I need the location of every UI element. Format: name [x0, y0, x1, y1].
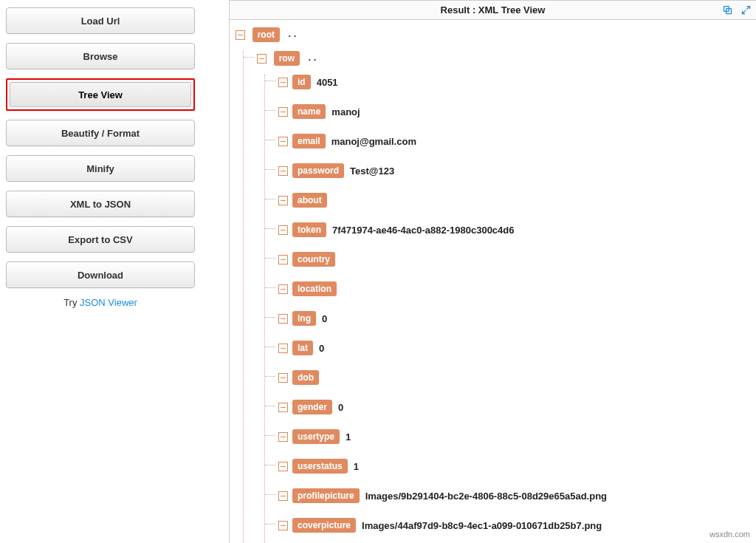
- try-json-viewer: Try JSON Viewer: [6, 297, 195, 308]
- toggle-icon[interactable]: [278, 255, 288, 264]
- tag-country: country: [292, 252, 335, 267]
- toggle-icon[interactable]: [278, 373, 288, 383]
- tag-coverpicture: coverpicture: [292, 518, 356, 533]
- result-header: Result : XML Tree View: [230, 1, 756, 20]
- tree-field-node: lng0: [278, 311, 756, 326]
- value-lng: 0: [322, 313, 327, 324]
- toggle-icon[interactable]: [278, 166, 288, 176]
- toggle-icon[interactable]: [278, 403, 288, 412]
- download-button[interactable]: Download: [6, 262, 195, 288]
- ellipsis: . .: [289, 28, 297, 39]
- result-title: Result : XML Tree View: [441, 4, 546, 16]
- toggle-icon[interactable]: [278, 107, 288, 117]
- value-password: Test@123: [350, 165, 394, 177]
- value-id: 4051: [317, 77, 338, 88]
- tag-dob: dob: [292, 370, 319, 385]
- tree-field-node: profilepictureImages/9b291404-bc2e-4806-…: [278, 488, 756, 503]
- result-panel: Result : XML Tree View root . . row . . …: [229, 0, 756, 543]
- value-userstatus: 1: [354, 461, 359, 472]
- tree-view-button[interactable]: Tree View: [10, 82, 191, 107]
- toggle-icon[interactable]: [278, 314, 288, 324]
- toggle-icon[interactable]: [278, 462, 288, 471]
- sidebar: Load Url Browse Tree View Beautify / For…: [6, 7, 195, 308]
- header-icons: [722, 1, 752, 19]
- tree-field-node: userstatus1: [278, 459, 756, 474]
- watermark: wsxdn.com: [709, 530, 750, 539]
- json-viewer-link[interactable]: JSON Viewer: [80, 297, 137, 308]
- value-lat: 0: [319, 343, 324, 354]
- tree-field-node: country: [278, 252, 756, 267]
- tree-root-node: root . . row . . id4051namemanojemailman…: [236, 27, 756, 543]
- tag-location: location: [292, 281, 337, 296]
- tree-field-node: id4051: [278, 75, 756, 89]
- tree-field-node: gender0: [278, 400, 756, 414]
- tag-usertype: usertype: [292, 429, 340, 444]
- tag-email: email: [292, 134, 326, 148]
- tag-about: about: [292, 193, 327, 208]
- tree-field-node: about: [278, 193, 756, 208]
- tree-field-node: emailmanoj@gmail.com: [278, 134, 756, 148]
- browse-button[interactable]: Browse: [6, 43, 195, 69]
- value-token: 7f471974-ae46-4ac0-a882-1980c300c4d6: [332, 225, 515, 236]
- minify-button[interactable]: Minify: [6, 155, 195, 182]
- tree-field-node: namemanoj: [278, 104, 756, 119]
- tag-row: row: [274, 51, 300, 66]
- tree-field-node: lat0: [278, 341, 756, 355]
- tree-view-button-selected[interactable]: Tree View: [6, 78, 195, 111]
- tag-profilepicture: profilepicture: [292, 488, 360, 503]
- expand-icon[interactable]: [740, 4, 752, 16]
- xml-tree: root . . row . . id4051namemanojemailman…: [230, 20, 756, 543]
- toggle-icon[interactable]: [278, 521, 288, 530]
- toggle-icon[interactable]: [278, 284, 288, 294]
- toggle-icon[interactable]: [278, 344, 288, 353]
- value-gender: 0: [338, 402, 343, 413]
- beautify-format-button[interactable]: Beautify / Format: [6, 120, 195, 146]
- copy-icon[interactable]: [722, 4, 733, 16]
- tree-field-node: dob: [278, 370, 756, 385]
- tag-id: id: [292, 75, 311, 89]
- load-url-button[interactable]: Load Url: [6, 7, 195, 34]
- value-coverpicture: Images/44af97d9-b8c9-4ec1-a099-010671db2…: [362, 520, 602, 531]
- tree-field-node: token7f471974-ae46-4ac0-a882-1980c300c4d…: [278, 222, 756, 237]
- tree-field-node: usertype1: [278, 429, 756, 444]
- value-name: manoj: [331, 106, 360, 117]
- tag-lng: lng: [292, 311, 316, 326]
- toggle-icon[interactable]: [278, 78, 288, 87]
- tag-lat: lat: [292, 341, 313, 355]
- toggle-icon[interactable]: [278, 432, 288, 442]
- tree-field-node: location: [278, 281, 756, 296]
- value-usertype: 1: [346, 431, 351, 443]
- tag-token: token: [292, 222, 326, 237]
- value-email: manoj@gmail.com: [331, 136, 416, 147]
- tag-root: root: [252, 27, 280, 42]
- tree-field-node: coverpictureImages/44af97d9-b8c9-4ec1-a0…: [278, 518, 756, 533]
- ellipsis: . .: [309, 52, 317, 63]
- tag-password: password: [292, 163, 344, 178]
- export-to-csv-button[interactable]: Export to CSV: [6, 226, 195, 253]
- toggle-icon[interactable]: [236, 30, 245, 40]
- tag-gender: gender: [292, 400, 332, 414]
- tag-userstatus: userstatus: [292, 459, 348, 474]
- toggle-icon[interactable]: [278, 137, 288, 146]
- tag-name: name: [292, 104, 326, 119]
- tree-field-node: passwordTest@123: [278, 163, 756, 178]
- toggle-icon[interactable]: [278, 225, 288, 235]
- toggle-icon[interactable]: [278, 196, 288, 205]
- tree-row-node: row . . id4051namemanojemailmanoj@gmail.…: [257, 51, 756, 543]
- toggle-icon[interactable]: [257, 54, 267, 64]
- value-profilepicture: Images/9b291404-bc2e-4806-88c5-08d29e65a…: [365, 491, 607, 502]
- xml-to-json-button[interactable]: XML to JSON: [6, 191, 195, 217]
- toggle-icon[interactable]: [278, 491, 288, 501]
